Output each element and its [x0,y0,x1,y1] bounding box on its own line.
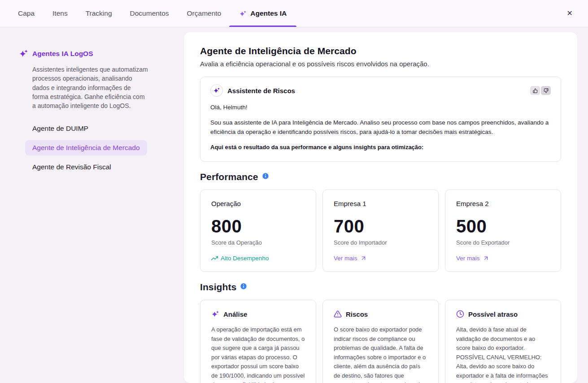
arrow-up-right-icon [360,255,367,262]
sidebar-title: Agentes IA LogOS [32,50,93,58]
score-caption: Score do Exportador [456,239,550,246]
close-icon[interactable]: ✕ [564,7,575,20]
assistant-result-line: Aqui está o resultado da sua performance… [210,143,551,152]
insight-title: Possível atraso [468,310,518,318]
tab-label: Agentes IA [250,9,287,17]
status-badge: Alto Desempenho [211,255,269,262]
assistant-header: Assistente de Riscos [210,84,551,97]
sparkles-icon [211,310,219,318]
performance-card-operacao: Operação 800 Score da Operação Alto Dese… [200,189,316,272]
tab-capa[interactable]: Capa [18,0,35,27]
score-caption: Score da Operação [211,239,305,246]
score-value: 800 [211,216,305,237]
clock-icon [456,310,464,318]
insight-text: A operação de importação está em fase de… [211,325,305,383]
insight-header: Análise [211,310,305,318]
insight-card-riscos: Riscos O score baixo do exportador pode … [322,300,439,383]
sparkles-icon [213,87,220,94]
info-icon[interactable] [262,172,269,180]
card-title: Empresa 2 [456,200,550,207]
insight-header: Riscos [334,310,427,318]
tab-documentos[interactable]: Documentos [130,0,169,27]
performance-section-heading: Performance [200,172,561,182]
sparkles-icon [19,49,28,58]
tab-label: Capa [18,9,35,17]
assistant-message-card: Assistente de Riscos Olá, Helmuth! Sou s… [200,77,561,162]
insight-text: O score baixo do exportador pode indicar… [334,325,427,383]
tab-label: Itens [52,9,68,17]
page-subtitle: Avalia a eficiência operacional e os pos… [200,60,561,68]
arrow-up-right-icon [483,255,489,262]
agent-list: Agente de DUIMP Agente de Inteligência d… [25,121,166,175]
card-title: Empresa 1 [334,200,427,207]
thumbs-up-button[interactable] [530,86,540,95]
page-title: Agente de Inteligência de Mercado [200,46,561,56]
score-value: 500 [456,216,550,237]
agents-sidebar: Agentes IA LogOS Assistentes inteligente… [0,27,184,383]
sparkles-icon [239,10,247,17]
insight-card-analise: Análise A operação de importação está em… [200,300,316,383]
score-caption: Score do Importador [334,239,427,246]
tab-itens[interactable]: Itens [52,0,68,27]
alert-triangle-icon [334,310,342,318]
tab-orcamento[interactable]: Orçamento [187,0,222,27]
assistant-intro: Sou sua assistente de IA para Inteligênc… [210,118,551,137]
assistant-avatar [210,84,223,97]
link-label: Ver mais [334,255,357,262]
info-icon[interactable] [240,283,247,290]
ver-mais-link[interactable]: Ver mais [334,255,367,262]
sidebar-item-agente-duimp[interactable]: Agente de DUIMP [25,121,96,136]
agent-detail-panel: Agente de Inteligência de Mercado Avalia… [184,32,577,383]
tab-strip: Capa Itens Tracking Documentos Orçamento… [18,0,287,27]
thumbs-up-icon [533,88,538,93]
top-tab-bar: Capa Itens Tracking Documentos Orçamento… [0,0,588,27]
insight-text: Alta, devido à fase atual de validação d… [456,325,550,383]
insight-header: Possível atraso [456,310,550,318]
score-value: 700 [334,216,427,237]
insight-cards: Análise A operação de importação está em… [200,300,561,383]
tab-label: Documentos [130,9,169,17]
insight-title: Riscos [346,310,368,318]
tab-label: Tracking [86,9,112,17]
link-label: Ver mais [456,255,480,262]
insights-heading: Insights [200,282,236,293]
insight-title: Análise [223,310,247,318]
feedback-buttons [530,86,551,95]
insight-card-possivel-atraso: Possível atraso Alta, devido à fase atua… [445,300,561,383]
performance-cards: Operação 800 Score da Operação Alto Dese… [200,189,561,272]
tab-agentes-ia[interactable]: Agentes IA [239,0,287,27]
card-title: Operação [211,200,305,207]
thumbs-down-button[interactable] [541,86,551,95]
performance-card-empresa-1: Empresa 1 700 Score do Importador Ver ma… [322,189,439,272]
trending-up-icon [211,255,218,262]
performance-card-empresa-2: Empresa 2 500 Score do Exportador Ver ma… [445,189,561,272]
assistant-greeting: Olá, Helmuth! [210,103,551,112]
tab-tracking[interactable]: Tracking [86,0,112,27]
assistant-title: Assistente de Riscos [227,87,295,95]
sidebar-description: Assistentes inteligentes que automatizam… [32,65,148,110]
insights-section-heading: Insights [200,282,561,293]
thumbs-down-icon [544,88,549,93]
sidebar-item-agente-revisao-fiscal[interactable]: Agente de Revisão Fiscal [25,159,118,175]
app-window: Capa Itens Tracking Documentos Orçamento… [0,0,588,383]
assistant-message-body: Olá, Helmuth! Sou sua assistente de IA p… [210,103,551,151]
ver-mais-link[interactable]: Ver mais [456,255,489,262]
tab-label: Orçamento [187,9,222,17]
sidebar-title-row: Agentes IA LogOS [19,49,166,58]
sidebar-item-agente-inteligencia-mercado[interactable]: Agente de Inteligência de Mercado [25,140,147,155]
performance-heading: Performance [200,172,258,182]
status-label: Alto Desempenho [221,255,269,262]
content-area: Agentes IA LogOS Assistentes inteligente… [0,27,588,383]
